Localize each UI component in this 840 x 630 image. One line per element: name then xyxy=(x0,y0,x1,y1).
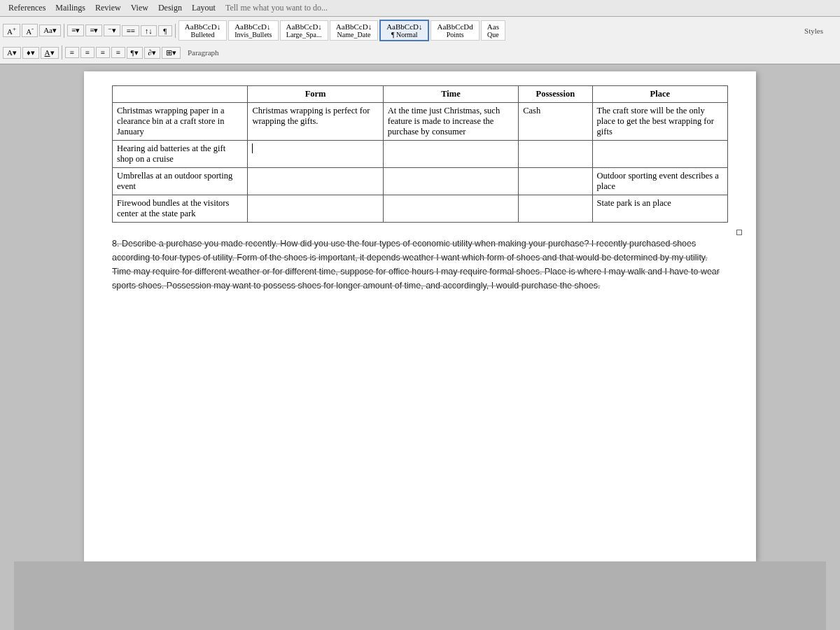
toolbar-area: A+ A- Aa▾ ≡▾ ≡▾ ⁻▾ ≡≡ ↑↓ ¶ AaBbCcD↓ Bull… xyxy=(0,17,840,64)
row4-time xyxy=(383,195,518,223)
table-row: Umbrellas at an outdoor sporting event O… xyxy=(113,168,728,195)
highlight-btn[interactable]: ♦▾ xyxy=(22,47,39,59)
question-number: 8. xyxy=(112,239,119,248)
col-header-place: Place xyxy=(592,86,727,103)
bottom-gray-area xyxy=(14,561,826,630)
row1-item: Christmas wrapping paper in a clearance … xyxy=(113,103,248,141)
font-color-btn-2[interactable]: A▾ xyxy=(41,47,59,59)
row4-place: State park is an place xyxy=(592,195,727,223)
table-row: Hearing aid batteries at the gift shop o… xyxy=(113,141,728,168)
question-text: 8. Describe a purchase you made recently… xyxy=(112,237,728,293)
style-que[interactable]: Aas Que xyxy=(481,20,505,41)
align-left-btn[interactable]: ≡ xyxy=(65,47,79,58)
sort-az-btn[interactable]: ↑↓ xyxy=(141,25,157,36)
pilcrow-btn[interactable]: ¶ xyxy=(158,25,172,36)
toolbar-row-2: A▾ ♦▾ A▾ ≡ ≡ ≡ ≡ ¶▾ ∂▾ ⊞▾ Paragraph xyxy=(3,43,837,62)
style-points[interactable]: AaBbCcDd Points xyxy=(430,20,479,41)
row1-form: Christmas wrapping is perfect for wrappi… xyxy=(248,103,383,141)
row3-form xyxy=(248,168,383,195)
list-btn-1[interactable]: ≡▾ xyxy=(67,24,84,36)
utility-table: Form Time Possession Place Christmas wra… xyxy=(112,85,728,223)
menu-design[interactable]: Design xyxy=(155,1,185,15)
sort-btn[interactable]: ≡≡ xyxy=(122,25,139,36)
menu-tell-me[interactable]: Tell me what you want to do... xyxy=(223,1,330,15)
sep3 xyxy=(62,46,62,59)
resize-handle[interactable] xyxy=(736,230,742,235)
document-page: Form Time Possession Place Christmas wra… xyxy=(84,71,756,561)
col-header-form: Form xyxy=(248,86,383,103)
align-justify-btn[interactable]: ≡ xyxy=(111,47,125,58)
style-bulleted[interactable]: AaBbCcD↓ Bulleted xyxy=(178,20,227,41)
separator-2 xyxy=(175,24,176,38)
row2-possession xyxy=(519,141,592,168)
shading-btn[interactable]: ∂▾ xyxy=(144,47,160,59)
menu-view[interactable]: View xyxy=(128,1,151,15)
style-normal[interactable]: AaBbCcD↓ ¶ Normal xyxy=(379,20,429,41)
table-row: Firewood bundles at the visitors center … xyxy=(113,195,728,223)
row2-time xyxy=(383,141,518,168)
menu-references[interactable]: References xyxy=(6,1,48,15)
row3-place: Outdoor sporting event describes a place xyxy=(592,168,727,195)
align-right-btn[interactable]: ≡ xyxy=(96,47,110,58)
indent-btn[interactable]: ⁻▾ xyxy=(104,24,120,36)
row3-possession xyxy=(519,168,592,195)
row4-possession xyxy=(519,195,592,223)
toolbar-row-1: A+ A- Aa▾ ≡▾ ≡▾ ⁻▾ ≡≡ ↑↓ ¶ AaBbCcD↓ Bull… xyxy=(3,18,837,43)
row1-place: The craft store will be the only place t… xyxy=(592,103,727,141)
table-row: Christmas wrapping paper in a clearance … xyxy=(113,103,728,141)
font-shrink-btn[interactable]: A- xyxy=(22,24,38,37)
row1-time: At the time just Christmas, such feature… xyxy=(383,103,518,141)
col-header-time: Time xyxy=(383,86,518,103)
border-btn[interactable]: ⊞▾ xyxy=(162,47,181,59)
menu-mailings[interactable]: Mailings xyxy=(52,1,88,15)
paragraph-label: Paragraph xyxy=(188,48,219,57)
line-spacing-btn[interactable]: ¶▾ xyxy=(127,47,143,59)
styles-label: Styles xyxy=(804,27,823,35)
menu-bar: References Mailings Review View Design L… xyxy=(0,0,840,17)
row2-form[interactable] xyxy=(248,141,383,168)
row1-possession: Cash xyxy=(519,103,592,141)
row3-item: Umbrellas at an outdoor sporting event xyxy=(113,168,248,195)
menu-review[interactable]: Review xyxy=(92,1,124,15)
font-color-btn[interactable]: A▾ xyxy=(3,47,21,59)
question-body: Describe a purchase you made recently. H… xyxy=(112,239,720,290)
text-cursor xyxy=(252,144,253,153)
row4-item: Firewood bundles at the visitors center … xyxy=(113,195,248,223)
font-case-btn[interactable]: Aa▾ xyxy=(39,24,61,36)
col-header-possession: Possession xyxy=(519,86,592,103)
separator xyxy=(64,24,64,38)
font-grow-btn[interactable]: A+ xyxy=(3,24,20,37)
style-invis-bullets[interactable]: AaBbCcD↓ Invis_Bullets xyxy=(228,20,278,41)
document-area: Form Time Possession Place Christmas wra… xyxy=(0,64,840,630)
row4-form xyxy=(248,195,383,223)
row2-item: Hearing aid batteries at the gift shop o… xyxy=(113,141,248,168)
row2-place xyxy=(592,141,727,168)
menu-layout[interactable]: Layout xyxy=(189,1,218,15)
row3-time xyxy=(383,168,518,195)
col-header-item xyxy=(113,86,248,103)
style-large-spa[interactable]: AaBbCcD↓ Large_Spa... xyxy=(280,20,328,41)
style-name-date[interactable]: AaBbCcD↓ Name_Date xyxy=(330,20,378,41)
list-btn-2[interactable]: ≡▾ xyxy=(85,24,102,36)
align-center-btn[interactable]: ≡ xyxy=(80,47,94,58)
